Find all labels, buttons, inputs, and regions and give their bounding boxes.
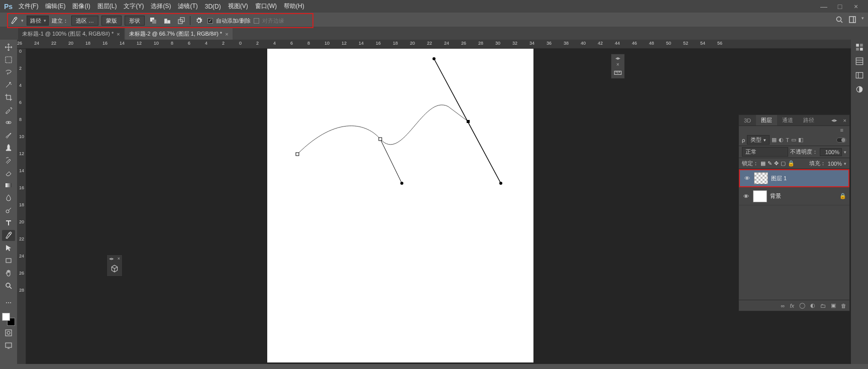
add-mask-icon[interactable]: ◯ (799, 302, 805, 309)
align-edges-checkbox[interactable] (254, 18, 259, 24)
layer-name[interactable]: 背景 (770, 192, 836, 200)
filter-toggle-switch[interactable] (836, 138, 846, 143)
clone-stamp-tool[interactable] (2, 142, 15, 153)
crop-tool[interactable] (2, 92, 15, 103)
lock-pixels-icon[interactable]: ✎ (768, 160, 772, 167)
collapsed-panel-dock[interactable]: ◂▸ × (611, 54, 625, 79)
tool-preset-dropdown[interactable]: ▾ (21, 18, 24, 23)
menu-view[interactable]: 视图(V) (228, 2, 248, 11)
layer-filter-select[interactable]: 类型▾ (747, 135, 770, 145)
layer-fx-icon[interactable]: fx (790, 303, 794, 309)
zoom-tool[interactable] (2, 280, 15, 291)
document-canvas[interactable] (267, 49, 533, 362)
panel-menu-icon[interactable]: ≡ (837, 127, 846, 133)
menu-select[interactable]: 选择(S) (151, 2, 171, 11)
workspace-switcher-icon[interactable] (848, 16, 856, 24)
lock-artboard-icon[interactable]: ▢ (781, 160, 786, 167)
close-tab-icon[interactable]: × (117, 31, 120, 37)
menu-3d[interactable]: 3D(D) (205, 3, 221, 10)
close-tab-icon[interactable]: × (225, 31, 228, 37)
eyedropper-tool[interactable] (2, 104, 15, 115)
search-icon[interactable] (835, 16, 843, 24)
filter-adjust-icon[interactable]: ◐ (779, 137, 784, 143)
dodge-tool[interactable] (2, 205, 15, 216)
color-swatches[interactable] (2, 313, 15, 326)
path-alignment-icon[interactable] (162, 16, 173, 26)
link-layers-icon[interactable]: ∞ (781, 303, 785, 309)
adjustments-panel-icon[interactable] (855, 85, 864, 94)
path-arrangement-icon[interactable] (176, 16, 187, 26)
healing-brush-tool[interactable] (2, 117, 15, 128)
collapse-arrows-icon[interactable]: ◂▸ (615, 55, 620, 61)
panel-tab-layers[interactable]: 图层 (756, 115, 777, 126)
color-panel-icon[interactable] (855, 43, 864, 52)
workspace-dropdown[interactable]: ▾ (861, 16, 864, 24)
collapse-arrows-icon[interactable]: ◂▸ (828, 117, 840, 124)
rectangle-tool[interactable] (2, 255, 15, 266)
3d-panel-icon[interactable] (110, 264, 119, 273)
make-shape-button[interactable]: 形状 (125, 16, 145, 26)
ruler-panel-icon[interactable] (613, 68, 622, 77)
hand-tool[interactable] (2, 268, 15, 279)
move-tool[interactable] (2, 42, 15, 53)
document-tab-2[interactable]: 未标题-2 @ 66.7% (图层 1, RGB/8#) *× (125, 28, 233, 40)
lasso-tool[interactable] (2, 67, 15, 78)
filter-image-icon[interactable]: ▦ (772, 137, 777, 143)
lock-all-icon[interactable]: 🔒 (788, 160, 795, 167)
visibility-toggle-icon[interactable]: 👁 (743, 175, 751, 181)
document-tab-1[interactable]: 未标题-1 @ 100% (图层 4, RGB/8#) *× (18, 28, 124, 40)
panel-tab-3d[interactable]: 3D (739, 116, 756, 125)
history-brush-tool[interactable] (2, 155, 15, 166)
layer-name[interactable]: 图层 1 (771, 175, 845, 182)
menu-help[interactable]: 帮助(H) (284, 2, 304, 11)
layer-row[interactable]: 👁 背景 🔒 (739, 187, 849, 205)
pen-tool[interactable] (2, 230, 15, 241)
blur-tool[interactable] (2, 192, 15, 203)
menu-window[interactable]: 窗口(W) (255, 2, 277, 11)
auto-add-delete-checkbox[interactable]: ✓ (207, 18, 213, 24)
new-group-icon[interactable]: 🗀 (820, 303, 826, 309)
layer-row[interactable]: 👁 图层 1 (739, 169, 849, 187)
filter-type-icon[interactable]: T (786, 137, 789, 143)
brush-tool[interactable] (2, 130, 15, 141)
foreground-color-swatch[interactable] (2, 313, 10, 321)
swatches-panel-icon[interactable] (855, 57, 864, 66)
menu-image[interactable]: 图像(I) (72, 2, 90, 11)
canvas-viewport[interactable]: ◂▸ × ◂▸× (26, 49, 851, 364)
panel-tab-paths[interactable]: 路径 (798, 115, 819, 126)
libraries-panel-icon[interactable] (855, 71, 864, 80)
gradient-tool[interactable] (2, 180, 15, 191)
filter-smart-icon[interactable]: ◧ (798, 137, 803, 143)
menu-layer[interactable]: 图层(L) (97, 2, 117, 11)
layer-thumbnail[interactable] (754, 172, 768, 184)
close-icon[interactable]: × (118, 256, 120, 261)
quickmask-toggle[interactable] (2, 327, 15, 338)
new-adjustment-icon[interactable]: ◐ (810, 302, 815, 309)
pen-mode-select[interactable]: 路径 (27, 16, 49, 26)
menu-edit[interactable]: 编辑(E) (45, 2, 65, 11)
new-layer-icon[interactable]: ▣ (831, 302, 836, 309)
path-operations-icon[interactable] (148, 16, 159, 26)
panel-tab-channels[interactable]: 通道 (777, 115, 798, 126)
delete-layer-icon[interactable]: 🗑 (841, 303, 846, 309)
blend-mode-select[interactable]: 正常 (742, 147, 788, 157)
make-mask-button[interactable]: 蒙版 (101, 16, 122, 26)
opacity-input[interactable]: 100% (820, 148, 842, 156)
edit-toolbar-icon[interactable]: ⋯ (2, 297, 15, 308)
lock-position-icon[interactable]: ✥ (774, 160, 779, 167)
collapse-arrows-icon[interactable]: ◂▸ (109, 256, 114, 261)
path-selection-tool[interactable] (2, 242, 15, 254)
visibility-toggle-icon[interactable]: 👁 (742, 193, 750, 199)
menu-filter[interactable]: 滤镜(T) (178, 2, 197, 11)
eraser-tool[interactable] (2, 167, 15, 178)
magic-wand-tool[interactable] (2, 79, 15, 90)
screen-mode-toggle[interactable] (2, 340, 15, 351)
make-selection-button[interactable]: 选区 … (71, 16, 98, 26)
close-icon[interactable]: × (616, 62, 619, 67)
marquee-tool[interactable] (2, 54, 15, 65)
gear-icon[interactable] (193, 16, 204, 26)
floating-mini-panel[interactable]: ◂▸× (106, 255, 123, 277)
menu-file[interactable]: 文件(F) (19, 2, 38, 11)
window-close-button[interactable]: × (848, 3, 864, 11)
lock-transparency-icon[interactable]: ▦ (761, 160, 766, 167)
